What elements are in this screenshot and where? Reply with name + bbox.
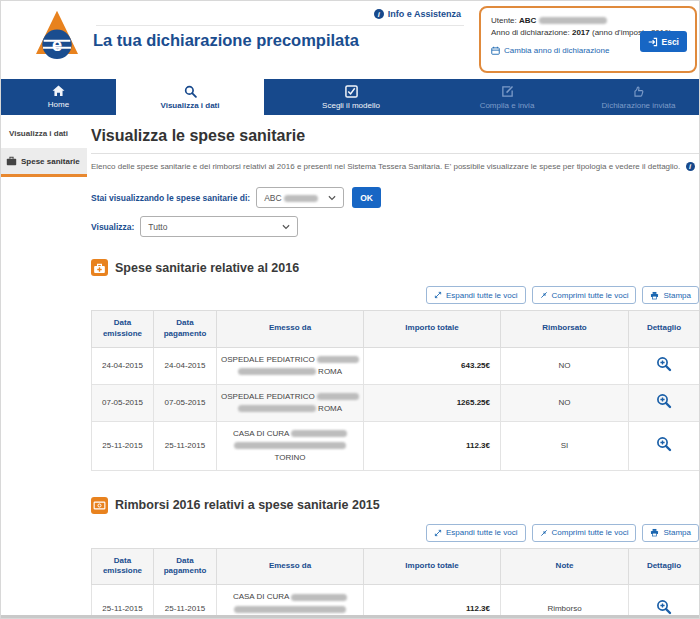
cell-dettaglio (629, 347, 700, 384)
cell-emesso-da: OSPEDALE PEDIATRICO ROMA (217, 347, 364, 384)
col-data-emissione: Data emissione (92, 548, 154, 585)
banknote-icon (91, 497, 108, 514)
year-label: Anno di dichiarazione: (491, 28, 570, 37)
detail-zoom-button[interactable] (656, 599, 672, 615)
user-row: Utente: ABC (491, 15, 686, 27)
print-button[interactable]: Stampa (642, 524, 699, 542)
col-data-emissione: Data emissione (92, 311, 154, 348)
print-button[interactable]: Stampa (642, 286, 699, 304)
table-row: 25-11-2015 25-11-2015 CASA DI CURA TORIN… (92, 421, 700, 470)
cell-data-emissione: 24-04-2015 (92, 347, 154, 384)
cell-dettaglio (629, 585, 700, 619)
header-divider (96, 25, 464, 26)
cell-importo: 643.25€ (364, 347, 501, 384)
viewing-filter-row: Stai visualizzando le spese sanitarie di… (91, 187, 699, 208)
info-assistenza-link[interactable]: Info e Assistenza (374, 9, 461, 19)
cell-data-pagamento: 25-11-2015 (154, 585, 217, 619)
cell-importo: 112.3€ (364, 421, 501, 470)
redacted-text (317, 356, 359, 363)
table-row: 24-04-2015 24-04-2015 OSPEDALE PEDIATRIC… (92, 347, 700, 384)
sidebar-item-spese-sanitarie[interactable]: Spese sanitarie (1, 148, 87, 177)
medical-bag-icon (91, 259, 108, 276)
zoom-in-icon (656, 393, 672, 409)
show-filter-row: Visualizza: Tutto (91, 216, 699, 237)
thumbs-up-icon (632, 85, 645, 98)
sidebar: Visualizza i dati Spese sanitarie (1, 115, 87, 177)
expand-all-button[interactable]: Espandi tutte le voci (426, 286, 526, 304)
col-emesso-da: Emesso da (217, 311, 364, 348)
col-rimborsato: Rimborsato (501, 311, 629, 348)
page-title: Visualizza le spese sanitarie (91, 127, 699, 154)
redacted-text (238, 405, 316, 412)
nav-visualizza-dati[interactable]: Visualizza i dati (116, 79, 264, 115)
collapse-all-label: Comprimi tutte le voci (552, 528, 629, 537)
table-row: 25-11-2015 25-11-2015 CASA DI CURA TORIN… (92, 585, 700, 619)
app-title: La tua dichiarazione precompilata (93, 31, 359, 50)
detail-zoom-button[interactable] (656, 436, 672, 452)
esci-button[interactable]: Esci (640, 31, 688, 52)
section1-title: Spese sanitarie relative al 2016 (115, 261, 299, 275)
nav-home[interactable]: Home (1, 79, 116, 115)
spese-table: Data emissione Data pagamento Emesso da … (91, 310, 700, 471)
nav-scegli-modello-label: Scegli il modello (322, 101, 380, 110)
detail-zoom-button[interactable] (656, 393, 672, 409)
type-select[interactable]: Tutto (140, 216, 298, 237)
cell-emesso-da: CASA DI CURA TORINO (217, 421, 364, 470)
user-session-box: Utente: ABC Anno di dichiarazione: 2017 … (479, 6, 697, 73)
precompilata-page: e La tua dichiarazione precompilata Info… (0, 0, 700, 619)
type-select-value: Tutto (148, 222, 167, 232)
nav-dichiarazione-inviata[interactable]: Dichiarazione inviata (576, 79, 700, 115)
collapse-all-label: Comprimi tutte le voci (552, 291, 629, 300)
cell-emesso-da: OSPEDALE PEDIATRICO ROMA (217, 384, 364, 421)
col-importo-totale: Importo totale (364, 311, 501, 348)
section1-header: Spese sanitarie relative al 2016 (91, 259, 699, 276)
redacted-text (238, 368, 316, 375)
medical-bag-icon (6, 156, 17, 166)
show-filter-label: Visualizza: (91, 222, 134, 232)
main-nav: Home Visualizza i dati Scegli il modello… (1, 79, 700, 115)
description-info-icon[interactable] (686, 162, 695, 171)
print-label: Stampa (663, 291, 691, 300)
col-importo-totale: Importo totale (364, 548, 501, 585)
chevron-down-icon (328, 195, 336, 201)
table-row: 07-05-2015 07-05-2015 OSPEDALE PEDIATRIC… (92, 384, 700, 421)
zoom-in-icon (656, 599, 672, 615)
ok-button[interactable]: OK (352, 187, 381, 208)
col-dettaglio: Dettaglio (629, 548, 700, 585)
page-description: Elenco delle spese sanitarie e dei rimbo… (91, 161, 699, 173)
redacted-text (291, 594, 347, 601)
expand-icon (434, 291, 442, 299)
calendar-icon (491, 46, 500, 55)
zoom-in-icon (656, 436, 672, 452)
person-select[interactable]: ABC (256, 187, 344, 208)
col-note: Note (501, 548, 629, 585)
col-data-pagamento: Data pagamento (154, 311, 217, 348)
cell-rimborsato: NO (501, 384, 629, 421)
section2-title: Rimborsi 2016 relativi a spese sanitarie… (115, 498, 380, 512)
main-content: Visualizza le spese sanitarie Elenco del… (91, 115, 699, 619)
cell-data-pagamento: 07-05-2015 (154, 384, 217, 421)
collapse-all-button[interactable]: Comprimi tutte le voci (532, 524, 637, 542)
redacted-user-name (539, 17, 607, 24)
nav-compila-invia[interactable]: Compila e invia (438, 79, 576, 115)
expand-all-button[interactable]: Espandi tutte le voci (426, 524, 526, 542)
nav-dichiarazione-inviata-label: Dichiarazione inviata (602, 101, 676, 110)
cell-data-pagamento: 25-11-2015 (154, 421, 217, 470)
cell-data-emissione: 25-11-2015 (92, 421, 154, 470)
printer-icon (650, 528, 659, 537)
cambia-anno-link[interactable]: Cambia anno di dichiarazione (491, 46, 609, 55)
printer-icon (650, 291, 659, 300)
redacted-text (291, 430, 347, 437)
exit-icon (648, 37, 658, 47)
nav-scegli-modello[interactable]: Scegli il modello (264, 79, 438, 115)
user-value: ABC (519, 16, 536, 25)
cell-data-emissione: 25-11-2015 (92, 585, 154, 619)
nav-compila-invia-label: Compila e invia (480, 101, 535, 110)
detail-zoom-button[interactable] (656, 356, 672, 372)
agenzia-entrate-logo: e (29, 9, 85, 67)
home-icon (52, 85, 65, 97)
section2-toolbar: Espandi tutte le voci Comprimi tutte le … (91, 524, 699, 542)
col-dettaglio: Dettaglio (629, 311, 700, 348)
collapse-all-button[interactable]: Comprimi tutte le voci (532, 286, 637, 304)
cell-importo: 112.3€ (364, 585, 501, 619)
